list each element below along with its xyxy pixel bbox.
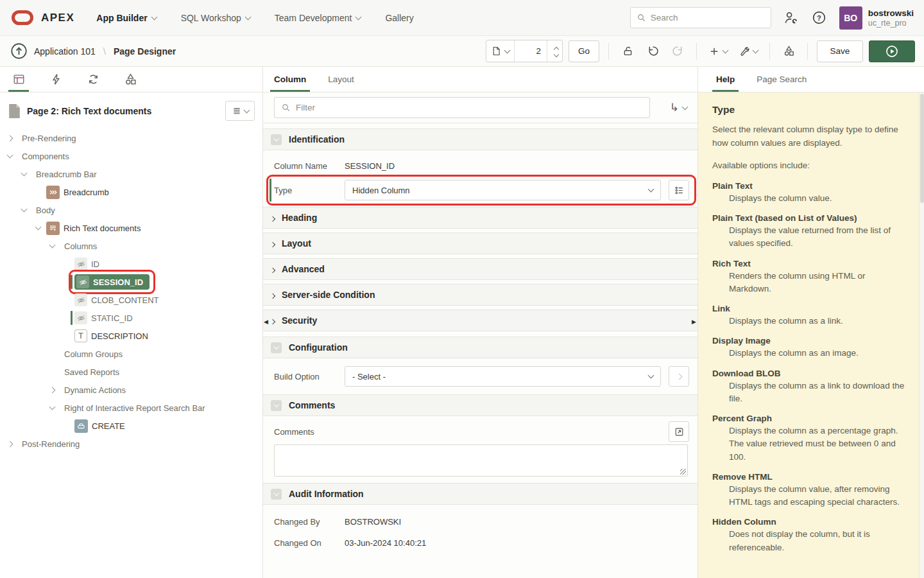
quick-pick-list-button[interactable] (669, 180, 689, 200)
filter-input[interactable] (296, 103, 643, 112)
tab-dynamic-actions[interactable] (37, 67, 74, 92)
up-arrow-icon[interactable] (10, 42, 28, 60)
search-input[interactable] (651, 13, 765, 22)
tree-item-dynamic-actions[interactable]: Dynamic Actions (0, 381, 262, 399)
expand-icon[interactable] (271, 213, 275, 223)
save-button[interactable]: Save (817, 40, 863, 62)
expand-icon[interactable] (271, 239, 275, 249)
open-comments-dialog-button[interactable] (669, 421, 689, 442)
left-panel-tabs (0, 67, 262, 92)
scrollbar-thumb[interactable] (920, 94, 924, 203)
help-term-remove-html: Remove HTML (712, 472, 906, 482)
global-search[interactable] (630, 7, 771, 28)
collapse-right-panel-handle[interactable]: ▶ (692, 319, 696, 325)
page-finder-button[interactable] (486, 40, 514, 62)
goto-group-button[interactable]: ↳ (670, 102, 687, 113)
property-filter[interactable] (274, 97, 650, 118)
tree-expander[interactable] (8, 155, 18, 157)
tree-expander[interactable] (50, 388, 60, 392)
tab-layout[interactable]: Layout (324, 67, 358, 92)
tree-item-rich-text-documents[interactable]: Rich Text documents (0, 219, 262, 237)
user-menu[interactable]: BO bostrowski uc_rte_pro (839, 6, 914, 30)
undo-icon[interactable] (643, 42, 662, 61)
apex-logo[interactable]: APEX (12, 10, 74, 25)
tab-rendering[interactable] (0, 67, 37, 92)
section-security[interactable]: Security (263, 310, 697, 331)
breadcrumb-application[interactable]: Application 101 (34, 46, 96, 57)
section-advanced[interactable]: Advanced (263, 258, 697, 280)
nav-item-team-development[interactable]: Team Development (275, 0, 361, 36)
section-audit-information[interactable]: Audit Information (263, 483, 697, 505)
tree-item-components[interactable]: Components (0, 147, 262, 165)
tree-item-description[interactable]: TDESCRIPTION (0, 327, 262, 345)
section-layout[interactable]: Layout (263, 232, 697, 254)
tree-item-saved-reports[interactable]: Saved Reports (0, 363, 262, 381)
build-option-select[interactable]: - Select - (345, 366, 661, 387)
page-number-input[interactable] (515, 46, 547, 56)
type-select[interactable]: Hidden Column (345, 180, 661, 200)
go-button[interactable]: Go (569, 40, 599, 62)
tree-item-column-groups[interactable]: Column Groups (0, 345, 262, 363)
collapse-icon[interactable] (271, 400, 282, 411)
comments-textarea[interactable] (274, 444, 688, 477)
field-type: Type Hidden Column (263, 177, 697, 203)
create-menu-button[interactable] (706, 46, 730, 57)
scrollbar-track[interactable] (919, 92, 924, 578)
divider (608, 43, 609, 60)
build-option-detail-button[interactable] (669, 366, 689, 387)
utilities-menu-button[interactable] (736, 46, 760, 57)
tree-expander[interactable] (50, 245, 60, 247)
section-heading[interactable]: Heading (263, 207, 697, 229)
resize-handle[interactable] (680, 469, 686, 475)
section-identification[interactable]: Identification (263, 128, 697, 150)
tree-menu-button[interactable] (225, 101, 255, 121)
tree-item-clob-content[interactable]: CLOB_CONTENT (0, 291, 262, 309)
tree-expander[interactable] (8, 136, 18, 141)
tab-shared-components[interactable] (112, 67, 149, 92)
redo-icon[interactable] (668, 42, 687, 61)
shared-components-icon[interactable] (779, 42, 798, 61)
tree-item-post-rendering[interactable]: Post-Rendering (0, 435, 262, 453)
tree-expander[interactable] (22, 173, 32, 175)
lock-icon[interactable] (618, 42, 637, 61)
section-comments[interactable]: Comments (263, 394, 697, 416)
nav-item-sql-workshop[interactable]: SQL Workshop (181, 0, 250, 36)
tab-page-search[interactable]: Page Search (753, 67, 810, 92)
tree-item-create[interactable]: CREATE (0, 417, 262, 435)
help-icon[interactable]: ? (811, 10, 828, 26)
tree-item-breadcrumb[interactable]: Breadcrumb (0, 183, 262, 201)
tree-expander[interactable] (22, 209, 32, 211)
tab-processing[interactable] (74, 67, 112, 92)
tab-column[interactable]: Column (270, 67, 310, 92)
expand-icon[interactable] (271, 316, 275, 326)
tree-item-session-id[interactable]: SESSION_ID (0, 273, 262, 291)
tree-expander[interactable] (8, 442, 18, 446)
tree-item-right-of-interactive-report-search-bar[interactable]: Right of Interactive Report Search Bar (0, 399, 262, 417)
tree-item-pre-rendering[interactable]: Pre-Rendering (0, 129, 262, 147)
tree-item-breadcrumb-bar[interactable]: Breadcrumb Bar (0, 165, 262, 183)
collapse-icon[interactable] (271, 134, 282, 145)
nav-item-app-builder[interactable]: App Builder (96, 0, 156, 36)
page-number-stepper[interactable] (547, 40, 562, 62)
tree-item-id[interactable]: ID (0, 255, 262, 273)
section-configuration[interactable]: Configuration (263, 337, 697, 358)
tree-expander[interactable] (50, 407, 60, 409)
expand-icon[interactable] (271, 265, 275, 274)
collapse-icon[interactable] (271, 489, 282, 500)
tree-item-body[interactable]: Body (0, 201, 262, 219)
collapse-icon[interactable] (271, 342, 282, 353)
divider (696, 43, 697, 60)
hidden-icon (76, 276, 89, 288)
expand-icon[interactable] (271, 290, 275, 300)
tree-item-columns[interactable]: Columns (0, 237, 262, 255)
collapse-left-panel-handle[interactable]: ◀ (264, 319, 268, 325)
chevron-down-icon (682, 103, 689, 110)
tab-help[interactable]: Help (712, 67, 739, 92)
run-button[interactable] (869, 40, 915, 62)
section-server-side-condition[interactable]: Server-side Condition (263, 284, 697, 306)
admin-icon[interactable] (783, 10, 800, 26)
tree-expander[interactable] (36, 227, 46, 229)
section-title: Advanced (282, 264, 325, 274)
tree-item-static-id[interactable]: STATIC_ID (0, 309, 262, 327)
nav-item-gallery[interactable]: Gallery (385, 0, 413, 36)
